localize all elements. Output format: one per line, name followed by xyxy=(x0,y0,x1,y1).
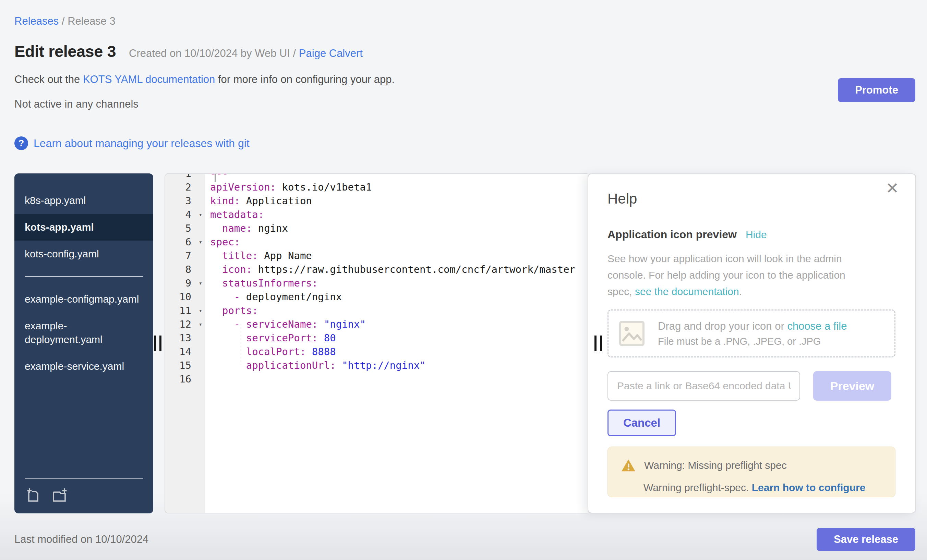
footer: Last modified on 10/10/2024 Save release xyxy=(14,528,916,551)
code-text: applicationUrl: "http://nginx" xyxy=(205,358,588,372)
dropzone-label: Drag and drop your icon or xyxy=(658,320,787,332)
last-modified-text: Last modified on 10/10/2024 xyxy=(14,533,149,546)
icon-url-row: Preview xyxy=(608,371,895,401)
line-number: 16 xyxy=(165,372,205,386)
file-item[interactable]: example-configmap.yaml xyxy=(14,286,153,313)
main-area: k8s-app.yamlkots-app.yamlkots-config.yam… xyxy=(14,173,916,513)
save-release-button[interactable]: Save release xyxy=(817,528,915,551)
sidebar-actions xyxy=(14,479,153,503)
icon-dropzone[interactable]: Drag and drop your icon or choose a file… xyxy=(608,310,895,357)
icon-preview-title: Application icon preview xyxy=(608,228,737,241)
code-line[interactable]: 11▾ ports: xyxy=(165,304,588,317)
code-text: metadata: xyxy=(205,208,588,222)
breadcrumb-releases-link[interactable]: Releases xyxy=(14,15,59,27)
code-text: apiVersion: kots.io/v1beta1 xyxy=(205,180,588,194)
new-file-icon[interactable] xyxy=(25,487,41,503)
icon-url-input[interactable] xyxy=(608,371,800,401)
code-line[interactable]: 13 servicePort: 80 xyxy=(165,331,588,345)
code-text xyxy=(205,372,588,386)
code-line[interactable]: 10 - deployment/nginx xyxy=(165,290,588,304)
file-item[interactable]: example-deployment.yaml xyxy=(14,313,153,353)
pane-resize-handle-left[interactable] xyxy=(154,335,161,351)
code-line[interactable]: 5 name: nginx xyxy=(165,222,588,235)
line-number: 1 xyxy=(165,173,205,180)
created-subtitle: Created on 10/10/2024 by Web UI / Paige … xyxy=(129,47,363,60)
warning-detail-text: Warning preflight-spec. xyxy=(643,482,752,493)
line-number: 12▾ xyxy=(165,317,205,331)
code-line[interactable]: 15 applicationUrl: "http://nginx" xyxy=(165,358,588,372)
fold-arrow-icon[interactable]: ▾ xyxy=(199,276,202,290)
pane-resize-handle-right[interactable] xyxy=(594,335,602,351)
line-number: 13 xyxy=(165,331,205,345)
close-icon[interactable]: ✕ xyxy=(886,179,899,198)
code-text: kind: Application xyxy=(205,194,588,208)
code-line[interactable]: 7 title: App Name xyxy=(165,249,588,263)
code-line[interactable]: 14 localPort: 8888 xyxy=(165,345,588,358)
line-number: 14 xyxy=(165,345,205,358)
see-documentation-link[interactable]: see the documentation xyxy=(635,286,739,297)
cancel-button[interactable]: Cancel xyxy=(608,410,676,436)
file-item[interactable]: k8s-app.yaml xyxy=(14,187,153,214)
fold-arrow-icon[interactable]: ▾ xyxy=(199,317,202,331)
created-text: Created on 10/10/2024 by Web UI / xyxy=(129,47,296,59)
breadcrumb: Releases / Release 3 xyxy=(14,0,916,27)
help-panel: ✕ Help Application icon preview Hide See… xyxy=(588,173,916,513)
fold-arrow-icon[interactable]: ▾ xyxy=(199,304,202,317)
code-line[interactable]: 4▾metadata: xyxy=(165,208,588,222)
code-line[interactable]: 9▾ statusInformers: xyxy=(165,276,588,290)
preview-button[interactable]: Preview xyxy=(813,371,891,401)
code-line[interactable]: 2apiVersion: kots.io/v1beta1 xyxy=(165,180,588,194)
docs-hint-post: for more info on configuring your app. xyxy=(215,73,395,85)
line-number: 6▾ xyxy=(165,235,205,249)
learn-how-to-configure-link[interactable]: Learn how to configure xyxy=(752,482,866,493)
line-number: 2 xyxy=(165,180,205,194)
line-number: 9▾ xyxy=(165,276,205,290)
code-text: title: App Name xyxy=(205,249,588,263)
file-item[interactable]: example-service.yaml xyxy=(14,353,153,380)
warning-detail: Warning preflight-spec. Learn how to con… xyxy=(621,482,882,493)
question-icon: ? xyxy=(14,137,28,150)
fold-arrow-icon[interactable]: ▾ xyxy=(199,208,202,222)
icon-preview-section-header: Application icon preview Hide xyxy=(608,228,895,241)
line-number: 15 xyxy=(165,358,205,372)
hide-link[interactable]: Hide xyxy=(746,229,767,241)
promote-button[interactable]: Promote xyxy=(838,78,915,102)
code-line[interactable]: 1--- xyxy=(165,173,588,180)
warning-box: Warning: Missing preflight spec Warning … xyxy=(608,446,895,497)
file-sidebar: k8s-app.yamlkots-app.yamlkots-config.yam… xyxy=(14,173,153,513)
code-line[interactable]: 8 icon: https://raw.githubusercontent.co… xyxy=(165,263,588,276)
git-help-row: ? Learn about managing your releases wit… xyxy=(14,136,916,151)
warning-title: Warning: Missing preflight spec xyxy=(644,460,787,471)
file-item[interactable]: kots-config.yaml xyxy=(14,241,153,267)
help-panel-title: Help xyxy=(608,191,895,207)
docs-hint-pre: Check out the xyxy=(14,73,83,85)
dropzone-text: Drag and drop your icon or choose a file… xyxy=(658,320,847,347)
file-item[interactable]: kots-app.yaml xyxy=(14,214,153,241)
code-line[interactable]: 16 xyxy=(165,372,588,386)
kots-yaml-docs-link[interactable]: KOTS YAML documentation xyxy=(83,73,215,85)
choose-file-link[interactable]: choose a file xyxy=(787,320,847,332)
sidebar-spacer xyxy=(14,380,153,469)
created-by-link[interactable]: Paige Calvert xyxy=(299,47,363,59)
code-text: spec: xyxy=(205,235,588,249)
new-folder-icon[interactable] xyxy=(52,487,69,503)
code-text: icon: https://raw.githubusercontent.com/… xyxy=(205,263,588,276)
code-text: ports: xyxy=(205,304,588,317)
line-number: 10 xyxy=(165,290,205,304)
description-post: . xyxy=(739,286,742,297)
code-line[interactable]: 6▾spec: xyxy=(165,235,588,249)
git-releases-link[interactable]: Learn about managing your releases with … xyxy=(33,137,249,150)
breadcrumb-separator: / xyxy=(62,15,68,27)
line-number: 8 xyxy=(165,263,205,276)
code-text: servicePort: 80 xyxy=(205,331,588,345)
page: Releases / Release 3 Edit release 3 Crea… xyxy=(0,0,927,560)
code-line[interactable]: 12▾ - serviceName: "nginx" xyxy=(165,317,588,331)
fold-arrow-icon[interactable]: ▾ xyxy=(199,235,202,249)
code-line[interactable]: 3kind: Application xyxy=(165,194,588,208)
code-text: name: nginx xyxy=(205,222,588,235)
code-text: - serviceName: "nginx" xyxy=(205,317,588,331)
yaml-editor[interactable]: 1---2apiVersion: kots.io/v1beta13kind: A… xyxy=(164,173,588,513)
line-number: 3 xyxy=(165,194,205,208)
title-row: Edit release 3 Created on 10/10/2024 by … xyxy=(14,42,916,61)
line-number: 7 xyxy=(165,249,205,263)
